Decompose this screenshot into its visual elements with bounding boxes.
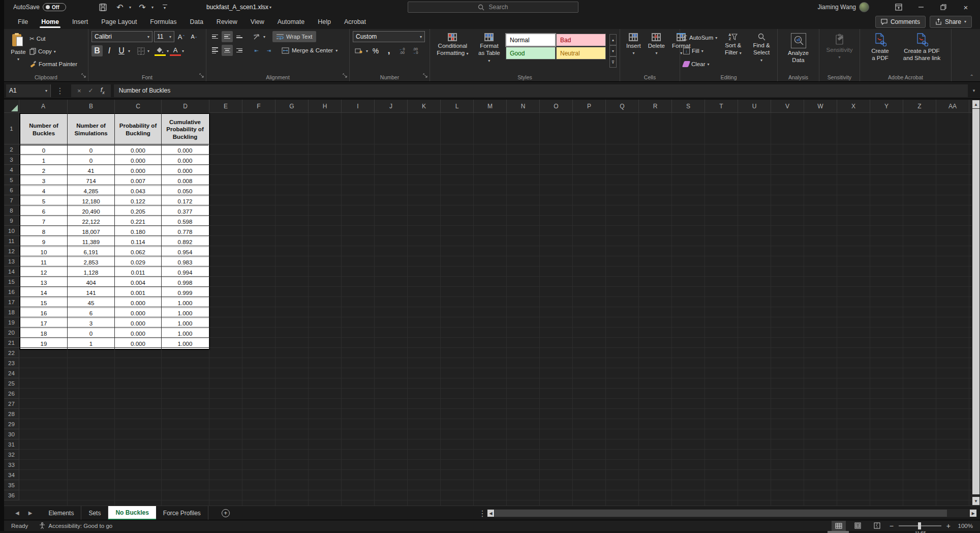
- row-header-7[interactable]: 7: [4, 195, 19, 205]
- underline-dropdown-icon[interactable]: ▾: [128, 49, 130, 53]
- tab-acrobat[interactable]: Acrobat: [338, 14, 373, 29]
- column-header-G[interactable]: G: [275, 100, 309, 113]
- row-header-29[interactable]: 29: [4, 419, 19, 429]
- column-header-E[interactable]: E: [209, 100, 242, 113]
- row-header-5[interactable]: 5: [4, 175, 19, 185]
- row-header-2[interactable]: 2: [4, 144, 19, 155]
- sheet-tab-no-buckles[interactable]: No Buckles: [108, 506, 156, 520]
- avatar[interactable]: [859, 2, 869, 12]
- tab-view[interactable]: View: [244, 14, 271, 29]
- column-header-Q[interactable]: Q: [606, 100, 639, 113]
- column-header-R[interactable]: R: [639, 100, 672, 113]
- column-header-W[interactable]: W: [804, 100, 837, 113]
- scroll-left-icon[interactable]: ◀: [487, 510, 494, 517]
- restore-icon[interactable]: [933, 0, 954, 14]
- column-header-N[interactable]: N: [507, 100, 540, 113]
- bold-button[interactable]: B: [91, 45, 103, 56]
- formula-bar-expand-icon[interactable]: ▾: [968, 88, 980, 93]
- row-header-15[interactable]: 15: [4, 277, 19, 287]
- styles-gallery-scroll[interactable]: ▴ ▾ ⊽: [609, 31, 617, 68]
- increase-indent-icon[interactable]: ⇥: [263, 45, 274, 56]
- row-header-24[interactable]: 24: [4, 368, 19, 378]
- comments-button[interactable]: Comments: [875, 16, 926, 28]
- italic-button[interactable]: I: [104, 45, 115, 56]
- comma-style-button[interactable]: ,: [383, 45, 394, 56]
- column-header-F[interactable]: F: [242, 100, 275, 113]
- sheet-tab-force-profiles[interactable]: Force Profiles: [156, 506, 208, 520]
- conditional-formatting-dropdown-icon[interactable]: ▾: [466, 51, 468, 56]
- redo-icon[interactable]: ↷: [136, 1, 148, 13]
- column-header-L[interactable]: L: [441, 100, 474, 113]
- column-header-U[interactable]: U: [738, 100, 771, 113]
- format-as-table-button[interactable]: Format as Table ▾: [474, 31, 504, 66]
- tab-insert[interactable]: Insert: [66, 14, 95, 29]
- minimize-icon[interactable]: [911, 0, 931, 14]
- row-header-32[interactable]: 32: [4, 450, 19, 460]
- orientation-dropdown-icon[interactable]: ▾: [263, 35, 265, 39]
- insert-dropdown-icon[interactable]: ▾: [632, 51, 634, 55]
- column-header-O[interactable]: O: [540, 100, 573, 113]
- align-left-button[interactable]: [209, 45, 221, 56]
- sheet-tab-elements[interactable]: Elements: [41, 506, 81, 520]
- sort-filter-dropdown-icon[interactable]: ▾: [740, 51, 742, 55]
- accessibility-status[interactable]: Accessibility: Good to go: [39, 522, 112, 529]
- fill-button[interactable]: ↓ Fill ▾: [683, 45, 717, 56]
- row-header-9[interactable]: 9: [4, 216, 19, 226]
- tab-page-layout[interactable]: Page Layout: [95, 14, 143, 29]
- scroll-down-icon[interactable]: ▼: [972, 497, 979, 505]
- row-header-6[interactable]: 6: [4, 185, 19, 195]
- column-header-T[interactable]: T: [705, 100, 738, 113]
- align-top-button[interactable]: [209, 31, 221, 42]
- close-icon[interactable]: ×: [956, 0, 976, 14]
- column-header-B[interactable]: B: [68, 100, 115, 113]
- page-layout-view-button[interactable]: [851, 521, 865, 531]
- sheet-tab-sets[interactable]: Sets: [81, 506, 108, 520]
- column-header-S[interactable]: S: [672, 100, 705, 113]
- row-header-11[interactable]: 11: [4, 236, 19, 246]
- column-header-X[interactable]: X: [837, 100, 870, 113]
- fill-dropdown-icon[interactable]: ▾: [701, 49, 703, 53]
- horizontal-scrollbar[interactable]: ◀ ▶: [487, 509, 977, 517]
- decrease-indent-icon[interactable]: ⇤: [251, 45, 262, 56]
- number-dialog-launcher-icon[interactable]: [423, 71, 427, 80]
- orientation-icon[interactable]: ab: [251, 31, 262, 42]
- collapse-ribbon-icon[interactable]: ⌃: [970, 74, 974, 79]
- insert-cells-button[interactable]: Insert ▾: [623, 31, 644, 57]
- column-header-K[interactable]: K: [408, 100, 441, 113]
- row-header-19[interactable]: 19: [4, 317, 19, 328]
- font-size-select[interactable]: 11 ▾: [154, 31, 174, 42]
- zoom-slider[interactable]: [899, 525, 941, 526]
- font-name-select[interactable]: Calibri ▾: [91, 31, 152, 42]
- tab-home[interactable]: Home: [35, 14, 66, 29]
- shrink-font-button[interactable]: A⌄: [189, 31, 200, 42]
- enter-icon[interactable]: ✓: [88, 87, 94, 94]
- clear-button[interactable]: Clear ▾: [683, 58, 717, 70]
- cell-style-neutral[interactable]: Neutral: [557, 47, 605, 59]
- column-header-V[interactable]: V: [771, 100, 804, 113]
- name-box-resize-handle[interactable]: ⋮: [51, 86, 64, 96]
- align-middle-button[interactable]: [222, 31, 233, 42]
- formula-input[interactable]: Number of Buckles: [114, 84, 968, 97]
- table-header-cell[interactable]: Number of Buckles: [20, 114, 68, 145]
- align-center-button[interactable]: [222, 45, 233, 56]
- fill-color-icon[interactable]: [155, 46, 166, 56]
- merge-center-button[interactable]: Merge & Center ▾: [282, 45, 338, 56]
- tab-review[interactable]: Review: [210, 14, 244, 29]
- cell-style-normal[interactable]: Normal: [506, 34, 555, 46]
- autosum-dropdown-icon[interactable]: ▾: [715, 36, 717, 40]
- column-header-A[interactable]: A: [19, 100, 68, 113]
- column-header-Y[interactable]: Y: [870, 100, 903, 113]
- column-header-AA[interactable]: AA: [936, 100, 969, 113]
- account-area[interactable]: Jiaming Wang: [817, 0, 869, 14]
- row-header-31[interactable]: 31: [4, 439, 19, 450]
- row-header-34[interactable]: 34: [4, 470, 19, 480]
- column-header-J[interactable]: J: [375, 100, 408, 113]
- delete-dropdown-icon[interactable]: ▾: [655, 51, 657, 55]
- tab-data[interactable]: Data: [183, 14, 209, 29]
- cells-area[interactable]: Number of BucklesNumber of SimulationsPr…: [19, 113, 972, 506]
- cancel-icon[interactable]: ×: [77, 87, 81, 95]
- gallery-down-icon[interactable]: ▾: [609, 45, 617, 56]
- scroll-up-icon[interactable]: ▲: [972, 100, 979, 108]
- row-header-13[interactable]: 13: [4, 256, 19, 266]
- autosum-button[interactable]: Σ AutoSum ▾: [683, 32, 717, 43]
